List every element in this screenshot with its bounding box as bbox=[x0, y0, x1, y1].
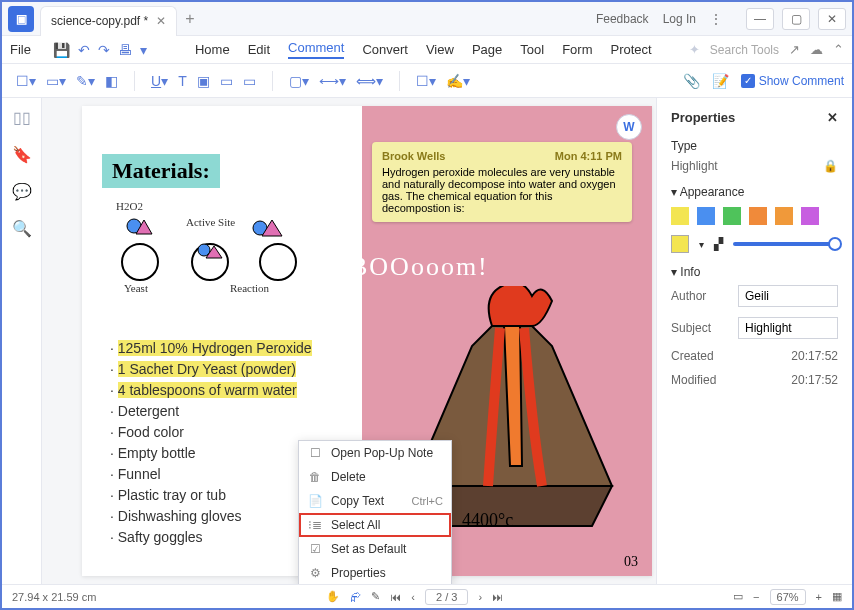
tab-edit[interactable]: Edit bbox=[248, 42, 270, 57]
distance-tool-icon[interactable]: ⟺▾ bbox=[356, 73, 383, 89]
subject-input[interactable] bbox=[738, 317, 838, 339]
first-page-icon[interactable]: ⏮ bbox=[390, 591, 401, 603]
save-icon[interactable]: 💾 bbox=[53, 42, 70, 58]
select-all-icon: ⁝≣ bbox=[307, 518, 323, 532]
edit-tool-icon[interactable]: ✎ bbox=[371, 590, 380, 603]
materials-heading: Materials: bbox=[102, 154, 220, 188]
new-tab-button[interactable]: + bbox=[185, 10, 194, 28]
minimize-button[interactable]: — bbox=[746, 8, 774, 30]
zoom-out-icon[interactable]: − bbox=[753, 591, 759, 603]
document-canvas[interactable]: W Materials: H2O2 Active Site Yeast R bbox=[42, 98, 656, 584]
ctx-open-popup[interactable]: ☐Open Pop-Up Note bbox=[299, 441, 451, 465]
prev-page-icon[interactable]: ‹ bbox=[411, 591, 415, 603]
ctx-set-default[interactable]: ☑Set as Default bbox=[299, 537, 451, 561]
tab-protect[interactable]: Protect bbox=[610, 42, 651, 57]
ctx-copy-text[interactable]: 📄Copy TextCtrl+C bbox=[299, 489, 451, 513]
attachment-icon[interactable]: 📎 bbox=[683, 73, 700, 89]
checker-icon[interactable]: ▞ bbox=[714, 237, 723, 251]
tab-view[interactable]: View bbox=[426, 42, 454, 57]
measure-tool-icon[interactable]: ⟷▾ bbox=[319, 73, 346, 89]
search-icon[interactable]: 🔍 bbox=[12, 219, 32, 238]
last-page-icon[interactable]: ⏭ bbox=[492, 591, 503, 603]
close-button[interactable]: ✕ bbox=[818, 8, 846, 30]
note-body: Hydrogen peroxide molecules are very uns… bbox=[382, 166, 622, 214]
ctx-properties[interactable]: ⚙Properties bbox=[299, 561, 451, 584]
show-comment-toggle[interactable]: ✓ Show Comment bbox=[741, 74, 844, 88]
maximize-button[interactable]: ▢ bbox=[782, 8, 810, 30]
tab-form[interactable]: Form bbox=[562, 42, 592, 57]
grid-view-icon[interactable]: ▦ bbox=[832, 590, 842, 603]
kebab-icon[interactable]: ⋮ bbox=[710, 12, 722, 26]
page-dimensions: 27.94 x 21.59 cm bbox=[12, 591, 96, 603]
callout-icon[interactable]: ▭ bbox=[243, 73, 256, 89]
print-icon[interactable]: 🖶 bbox=[118, 42, 132, 58]
document-tab[interactable]: science-copy.pdf * ✕ bbox=[40, 6, 177, 36]
boom-text: BOOooom! bbox=[350, 252, 489, 282]
swatch-yellow[interactable] bbox=[671, 207, 689, 225]
fit-width-icon[interactable]: ▭ bbox=[733, 590, 743, 603]
sticky-note[interactable]: Brook Wells Mon 4:11 PM Hydrogen peroxid… bbox=[372, 142, 632, 222]
author-input[interactable] bbox=[738, 285, 838, 307]
pencil-tool-icon[interactable]: ✎▾ bbox=[76, 73, 95, 89]
tab-convert[interactable]: Convert bbox=[362, 42, 408, 57]
ctx-select-all[interactable]: ⁝≣Select All bbox=[299, 513, 451, 537]
feedback-link[interactable]: Feedback bbox=[596, 12, 649, 26]
chevron-up-icon[interactable]: ⌃ bbox=[833, 42, 844, 57]
swatch-amber[interactable] bbox=[775, 207, 793, 225]
svg-point-0 bbox=[122, 244, 158, 280]
materials-list: · 125ml 10% Hydrogen Peroxide · 1 Sachet… bbox=[110, 338, 312, 548]
signature-tool-icon[interactable]: ✍▾ bbox=[446, 73, 470, 89]
next-page-icon[interactable]: › bbox=[478, 591, 482, 603]
tab-tool[interactable]: Tool bbox=[520, 42, 544, 57]
thumbnails-icon[interactable]: ▯▯ bbox=[13, 108, 31, 127]
page-indicator[interactable]: 2 / 3 bbox=[425, 589, 468, 605]
wand-icon[interactable]: ✦ bbox=[689, 42, 700, 57]
bookmark-icon[interactable]: 🔖 bbox=[12, 145, 32, 164]
file-menu[interactable]: File bbox=[10, 42, 31, 57]
textbox-icon[interactable]: ▭ bbox=[220, 73, 233, 89]
area-highlight-icon[interactable]: ▣ bbox=[197, 73, 210, 89]
comment-list-icon[interactable]: 💬 bbox=[12, 182, 32, 201]
highlighted-text[interactable]: 1 Sachet Dry Yeast (powder) bbox=[118, 361, 296, 377]
redo-icon[interactable]: ↷ bbox=[98, 42, 110, 58]
highlighted-text[interactable]: 4 tablespoons of warm water bbox=[118, 382, 297, 398]
context-menu: ☐Open Pop-Up Note 🗑Delete 📄Copy TextCtrl… bbox=[298, 440, 452, 584]
shape-tool-icon[interactable]: ▢▾ bbox=[289, 73, 309, 89]
swatch-orange[interactable] bbox=[749, 207, 767, 225]
tab-close-icon[interactable]: ✕ bbox=[156, 14, 166, 28]
share-icon[interactable]: ↗ bbox=[789, 42, 800, 57]
swatch-blue[interactable] bbox=[697, 207, 715, 225]
undo-icon[interactable]: ↶ bbox=[78, 42, 90, 58]
swatch-purple[interactable] bbox=[801, 207, 819, 225]
hand-tool-icon[interactable]: ✋ bbox=[326, 590, 340, 603]
text-box-tool-icon[interactable]: ▭▾ bbox=[46, 73, 66, 89]
login-link[interactable]: Log In bbox=[663, 12, 696, 26]
note-time: Mon 4:11 PM bbox=[555, 150, 622, 162]
tab-comment[interactable]: Comment bbox=[288, 40, 344, 59]
lock-icon[interactable]: 🔒 bbox=[823, 159, 838, 173]
panel-close-icon[interactable]: ✕ bbox=[827, 110, 838, 125]
underline-tool-icon[interactable]: U▾ bbox=[151, 73, 168, 89]
swatch-green[interactable] bbox=[723, 207, 741, 225]
temperature-label: 4400°c bbox=[462, 510, 513, 531]
eraser-tool-icon[interactable]: ◧ bbox=[105, 73, 118, 89]
comments-panel-icon[interactable]: 📝 bbox=[712, 73, 729, 89]
cloud-icon[interactable]: ☁ bbox=[810, 42, 823, 57]
stamp-tool-icon[interactable]: ☐▾ bbox=[416, 73, 436, 89]
fill-color-button[interactable] bbox=[671, 235, 689, 253]
search-tools-input[interactable]: Search Tools bbox=[710, 43, 779, 57]
tab-home[interactable]: Home bbox=[195, 42, 230, 57]
note-author: Brook Wells bbox=[382, 150, 445, 162]
highlighted-text[interactable]: 125ml 10% Hydrogen Peroxide bbox=[118, 340, 312, 356]
copy-icon: 📄 bbox=[307, 494, 323, 508]
select-tool-icon[interactable]: ⮳ bbox=[350, 591, 361, 603]
ctx-delete[interactable]: 🗑Delete bbox=[299, 465, 451, 489]
note-tool-icon[interactable]: ☐▾ bbox=[16, 73, 36, 89]
tab-page[interactable]: Page bbox=[472, 42, 502, 57]
text-tool-icon[interactable]: T bbox=[178, 73, 187, 89]
opacity-slider[interactable] bbox=[733, 242, 838, 246]
zoom-level[interactable]: 67% bbox=[770, 589, 806, 605]
word-export-badge[interactable]: W bbox=[616, 114, 642, 140]
dropdown-icon[interactable]: ▾ bbox=[140, 42, 147, 58]
zoom-in-icon[interactable]: + bbox=[816, 591, 822, 603]
